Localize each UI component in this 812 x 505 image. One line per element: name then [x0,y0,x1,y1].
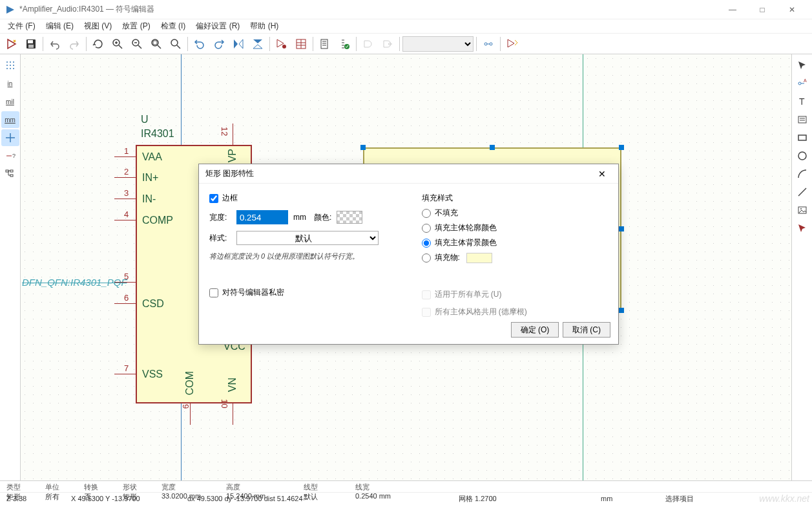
color-label: 颜色: [314,212,331,223]
fill-none-radio[interactable] [422,209,431,218]
pin-6-name: CSD [142,298,164,310]
border-checkbox-row: 边框 [209,193,396,204]
dialog-close-button[interactable]: ✕ [592,164,612,184]
pin-12-name: VP [227,149,238,162]
unit-in-button[interactable]: in [1,75,19,92]
handle-tr[interactable] [619,145,624,150]
pin-help-button[interactable]: ? [1,147,19,164]
select-tool-icon[interactable] [793,57,811,74]
svg-point-22 [10,68,11,69]
image-tool-icon[interactable] [793,202,811,219]
delete-tool-icon[interactable] [793,220,811,237]
pin-table-icon[interactable] [292,35,310,53]
pin-7-num: 7 [124,363,129,373]
svg-text:?: ? [12,153,16,159]
new-icon[interactable] [3,35,21,53]
svg-point-15 [6,61,8,63]
maximize-button[interactable]: □ [747,0,777,19]
menu-help[interactable]: 帮助 (H) [245,19,284,33]
close-button[interactable]: ✕ [777,0,807,19]
dialog-footer: 确定 (O) 取消 (C) [511,322,610,338]
dialog-left-column: 边框 宽度: mm 颜色: 样式: 默认 将边框宽度设为 0 以使用原理图默认符… [209,193,396,324]
style-select[interactable]: 默认 [236,231,379,245]
rotate-cw-icon[interactable] [210,35,228,53]
textbox-tool-icon[interactable] [793,111,811,128]
menu-view[interactable]: 视图 (V) [79,19,117,33]
menu-edit[interactable]: 编辑 (E) [41,19,79,33]
line-tool-icon[interactable] [793,184,811,200]
handle-tl[interactable] [360,145,366,150]
svg-rect-26 [10,170,13,172]
svg-point-13 [484,43,487,45]
symbol-props-icon[interactable] [273,35,291,53]
mirror-v-icon[interactable] [249,35,267,53]
handle-mr[interactable] [619,226,624,231]
sync-icon[interactable] [479,35,497,53]
demorgan2-icon[interactable] [379,35,397,53]
menu-prefs[interactable]: 偏好设置 (R) [191,19,245,33]
insert-symbol-icon[interactable] [503,35,521,53]
svg-rect-2 [28,45,34,48]
redo-icon[interactable] [65,35,83,53]
grid-toggle[interactable] [1,57,19,74]
dialog-right-column: 填充样式 不填充 填充主体轮廓颜色 填充主体背景颜色 填充物: 适用于所有单元 … [422,193,609,324]
circle-tool-icon[interactable] [793,147,811,164]
zoom-select-icon[interactable] [167,35,185,53]
rotate-ccw-icon[interactable] [191,35,209,53]
refresh-icon[interactable] [89,35,107,53]
pin-3-name: IN- [142,193,156,205]
width-input[interactable] [236,210,288,224]
status-selection: 选择项目 [663,494,696,504]
arc-tool-icon[interactable] [793,166,811,182]
text-tool-icon[interactable]: T [793,93,811,110]
pin-tool-icon[interactable]: A [793,75,811,92]
menubar: 文件 (F) 编辑 (E) 视图 (V) 放置 (P) 检查 (I) 偏好设置 … [0,19,812,34]
cursor-mode-button[interactable] [1,129,19,146]
save-icon[interactable] [22,35,40,53]
unit-selector[interactable] [402,36,474,52]
fill-custom-swatch[interactable] [466,253,492,263]
zoom-in-icon[interactable] [109,35,127,53]
fill-custom-radio[interactable] [422,253,431,263]
border-label: 边框 [222,193,238,204]
handle-tm[interactable] [490,145,495,150]
minimize-button[interactable]: — [718,0,747,19]
rect-tool-icon[interactable] [793,129,811,146]
mirror-h-icon[interactable] [229,35,247,53]
separator [43,37,43,51]
cancel-button[interactable]: 取消 (C) [563,322,610,338]
ok-button[interactable]: 确定 (O) [511,322,559,338]
svg-rect-10 [321,39,328,48]
fill-outline-radio[interactable] [422,224,431,233]
handle-br[interactable] [619,308,624,313]
datasheet-icon[interactable] [316,35,334,53]
color-swatch[interactable] [337,211,362,224]
unit-mm-button[interactable]: mm [1,111,19,128]
svg-rect-31 [798,116,806,123]
separator [86,37,87,51]
tree-button[interactable] [1,166,19,182]
zoom-fit-icon[interactable] [147,35,165,53]
pin-1-name: VAA [142,151,162,163]
separator [269,37,270,51]
fill-bg-radio[interactable] [422,239,431,248]
window-title: *Amplifier_Audio:IR4301 — 符号编辑器 [19,4,718,15]
pin-5-num: 5 [124,272,129,281]
zoom-out-icon[interactable] [128,35,146,53]
separator [356,37,357,51]
menu-file[interactable]: 文件 (F) [3,19,41,33]
erc-icon[interactable] [335,35,353,53]
border-checkbox[interactable] [209,194,218,203]
undo-icon[interactable] [46,35,64,53]
unit-mil-button[interactable]: mil [1,93,19,110]
hint-text: 将边框宽度设为 0 以使用原理图默认符号行宽。 [209,252,396,261]
menu-check[interactable]: 检查 (I) [156,19,191,33]
pin-10-num: 10 [220,399,229,408]
demorgan1-icon[interactable] [359,35,377,53]
style-row: 样式: 默认 [209,231,396,245]
separator [187,37,188,51]
svg-point-20 [13,65,14,66]
svg-point-35 [800,208,802,210]
menu-place[interactable]: 放置 (P) [117,19,155,33]
private-checkbox[interactable] [209,288,218,297]
